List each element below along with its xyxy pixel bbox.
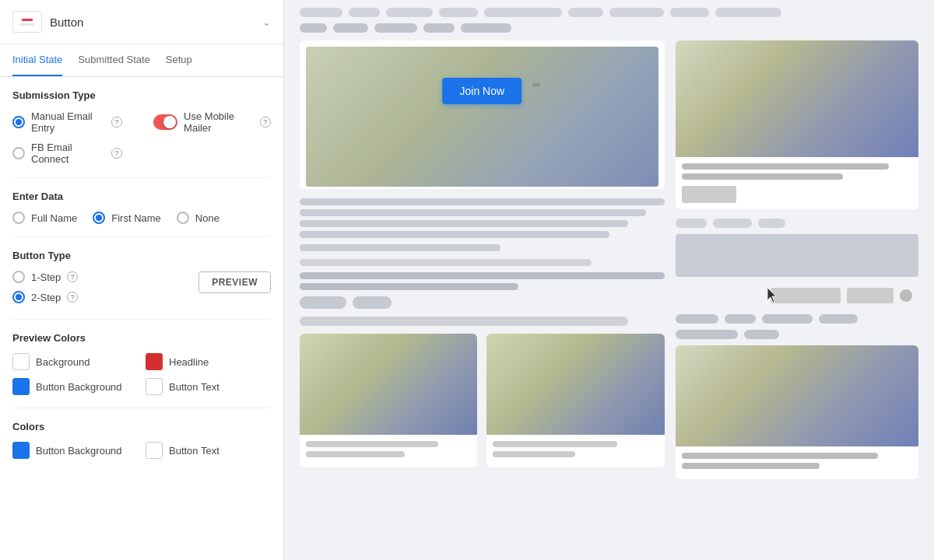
bottom-btn-2[interactable] (847, 288, 894, 303)
blur-line (300, 283, 518, 290)
blur-pill (423, 23, 455, 33)
enter-data-options: Full Name First Name None (12, 212, 271, 224)
color-swatch-colors-btn-text[interactable] (146, 442, 163, 459)
color-swatch-btn-text[interactable] (146, 378, 163, 395)
preview-color-btn-bg[interactable]: Button Background (12, 378, 138, 395)
blur-pill (300, 23, 327, 33)
radio-fb-email-input[interactable] (12, 147, 25, 159)
submission-type-title: Submission Type (12, 89, 271, 101)
main-left-area: Join Now ✏ (300, 40, 665, 479)
radio-manual-email[interactable]: Manual Email Entry ? (12, 110, 122, 134)
panel-header: Button ⌄ (0, 0, 283, 44)
preview-button[interactable]: PREVIEW (198, 271, 271, 293)
color-btn-text[interactable]: Button Text (146, 442, 271, 459)
radio-1step-label: 1-Step (31, 271, 61, 283)
right-sidebar-area (676, 40, 918, 479)
main-two-col: Join Now ✏ (300, 40, 918, 479)
radio-manual-email-input[interactable] (12, 116, 25, 128)
radio-fb-email-label: FB Email Connect (31, 142, 105, 165)
blur-pill (670, 8, 709, 17)
manual-email-help-icon[interactable]: ? (111, 117, 122, 128)
large-blur-bar (300, 317, 628, 326)
radio-2step-input[interactable] (12, 291, 25, 303)
left-panel: Button ⌄ Initial State Submitted State S… (0, 0, 284, 560)
sidebar-blur-row-1 (676, 219, 918, 228)
sidebar-card-content-2 (676, 446, 918, 479)
button-type-options: 1-Step ? 2-Step ? (12, 271, 78, 303)
icon-bar-accent (22, 19, 33, 21)
color-btn-bg-label: Button Background (36, 445, 122, 457)
divider-2 (12, 236, 271, 237)
preview-color-btn-text[interactable]: Button Text (146, 378, 271, 395)
color-btn-text-label: Button Text (169, 445, 219, 457)
side-card-bar (306, 441, 438, 447)
side-card-bar (493, 441, 616, 447)
edit-pencil-icon[interactable]: ✏ (532, 79, 548, 95)
fb-email-help-icon[interactable]: ? (111, 148, 122, 159)
divider-3 (12, 319, 271, 320)
blur-pill (300, 8, 342, 17)
side-card-image-right (486, 334, 664, 435)
radio-first-name-input[interactable] (93, 212, 105, 224)
radio-1step[interactable]: 1-Step ? (12, 271, 78, 283)
color-btn-bg[interactable]: Button Background (12, 442, 138, 459)
radio-fb-email[interactable]: FB Email Connect ? (12, 142, 122, 165)
radio-2step[interactable]: 2-Step ? (12, 291, 78, 303)
main-card-image (306, 47, 658, 187)
submission-type-row: Manual Email Entry ? FB Email Connect ? … (12, 110, 271, 165)
blur-pill (762, 314, 813, 324)
blur-pill (819, 314, 858, 324)
color-swatch-headline[interactable] (146, 353, 163, 370)
panel-chevron-icon[interactable]: ⌄ (262, 16, 271, 28)
tab-submitted-state[interactable]: Submitted State (78, 44, 150, 76)
panel-title: Button (50, 16, 83, 29)
tab-setup[interactable]: Setup (166, 44, 192, 76)
preview-color-bg[interactable]: Background (12, 353, 138, 370)
bottom-icon[interactable] (900, 289, 912, 302)
1step-help-icon[interactable]: ? (67, 271, 78, 282)
colors-title: Colors (12, 421, 271, 432)
divider-4 (12, 408, 271, 408)
bottom-btn-1[interactable] (771, 288, 841, 303)
bottom-card-grid (300, 334, 665, 467)
preview-color-btn-bg-label: Button Background (36, 381, 122, 393)
join-button-container: Join Now (443, 78, 522, 104)
panel-content: Submission Type Manual Email Entry ? FB … (0, 77, 283, 560)
sidebar-card-bar (682, 453, 878, 459)
sidebar-card-2 (676, 345, 918, 479)
mobile-mailer-toggle[interactable] (153, 114, 177, 130)
sidebar-card-content-1 (676, 157, 918, 209)
blur-line-short (300, 244, 500, 251)
radio-manual-email-label: Manual Email Entry (31, 110, 105, 134)
radio-none-label: None (195, 212, 219, 224)
blur-pill (744, 330, 779, 339)
radio-none[interactable]: None (177, 212, 219, 224)
color-swatch-bg[interactable] (12, 353, 30, 370)
radio-first-name-label: First Name (111, 212, 161, 224)
mobile-mailer-toggle-row: Use Mobile Mailer ? (153, 110, 271, 134)
color-swatch-colors-btn-bg[interactable] (12, 442, 30, 459)
right-content: Join Now ✏ (284, 0, 934, 487)
preview-color-bg-label: Background (36, 356, 90, 368)
sidebar-image-area (676, 234, 918, 277)
radio-none-input[interactable] (177, 212, 189, 224)
side-card-left (300, 334, 477, 467)
radio-first-name[interactable]: First Name (93, 212, 161, 224)
icon-bar (19, 23, 35, 26)
join-now-button[interactable]: Join Now (443, 78, 522, 104)
mobile-mailer-help-icon[interactable]: ? (260, 117, 271, 128)
preview-color-headline[interactable]: Headline (146, 353, 271, 370)
blur-pill (333, 23, 368, 33)
radio-full-name-input[interactable] (12, 212, 25, 224)
tab-initial-state[interactable]: Initial State (12, 44, 62, 76)
button-type-title: Button Type (12, 250, 78, 261)
blur-pill (461, 23, 511, 33)
side-card-right (486, 334, 664, 467)
radio-1step-input[interactable] (12, 271, 25, 283)
blur-line (300, 272, 665, 279)
blur-pill (568, 8, 603, 17)
divider-1 (12, 177, 271, 178)
color-swatch-btn-bg[interactable] (12, 378, 30, 395)
radio-full-name[interactable]: Full Name (12, 212, 77, 224)
2step-help-icon[interactable]: ? (67, 292, 78, 303)
